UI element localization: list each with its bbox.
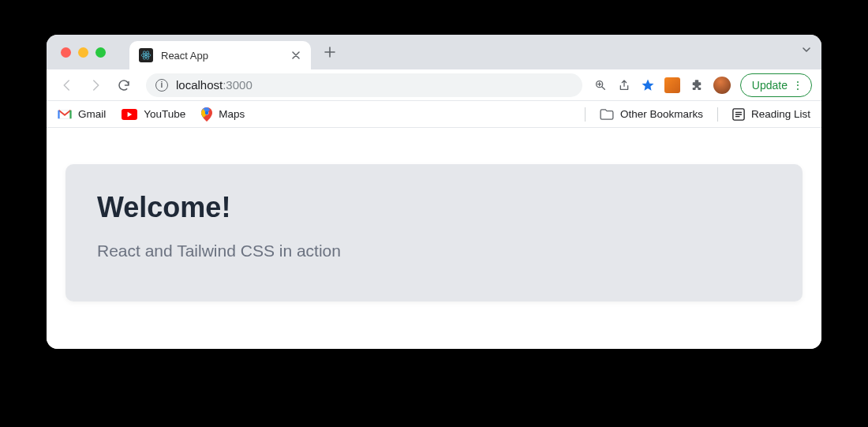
- zoom-icon[interactable]: [593, 78, 608, 92]
- tab-close-icon[interactable]: [290, 50, 301, 61]
- window-maximize-button[interactable]: [95, 47, 106, 58]
- bookmark-maps[interactable]: Maps: [201, 107, 245, 122]
- react-favicon-icon: [139, 48, 153, 62]
- browser-window: React App i localhost:3000: [47, 35, 821, 349]
- welcome-card: Welcome! React and Tailwind CSS in actio…: [65, 164, 803, 302]
- share-icon[interactable]: [617, 78, 631, 92]
- tab-title: React App: [161, 50, 282, 62]
- extensions-icon[interactable]: [690, 78, 704, 92]
- bookmark-bar-right: Other Bookmarks Reading List: [585, 107, 810, 122]
- bookmark-bar: Gmail YouTube Maps Other Bookmarks: [47, 101, 821, 128]
- tab-strip: React App: [47, 35, 821, 69]
- maps-icon: [201, 107, 212, 122]
- youtube-icon: [122, 109, 137, 120]
- bookmark-gmail-label: Gmail: [78, 108, 106, 120]
- reload-button[interactable]: [113, 74, 135, 96]
- divider: [585, 107, 586, 122]
- reading-list[interactable]: Reading List: [732, 108, 810, 121]
- back-button[interactable]: [56, 74, 78, 96]
- url-port: :3000: [223, 78, 253, 92]
- toolbar: i localhost:3000 Update ⋮: [47, 69, 821, 101]
- site-info-icon[interactable]: i: [155, 79, 168, 92]
- kebab-menu-icon[interactable]: ⋮: [792, 84, 803, 87]
- forward-button[interactable]: [84, 74, 107, 96]
- folder-icon: [600, 109, 614, 120]
- bookmark-youtube[interactable]: YouTube: [122, 108, 185, 120]
- url-host: localhost: [176, 78, 223, 92]
- bookmark-maps-label: Maps: [219, 108, 245, 120]
- url-text: localhost:3000: [176, 78, 253, 92]
- metamask-extension-icon[interactable]: [664, 77, 680, 93]
- bookmark-gmail[interactable]: Gmail: [58, 108, 106, 120]
- update-button[interactable]: Update ⋮: [740, 73, 812, 97]
- divider: [717, 107, 718, 122]
- page-subheading: React and Tailwind CSS in action: [97, 242, 771, 260]
- page-content: Welcome! React and Tailwind CSS in actio…: [47, 128, 821, 349]
- address-bar[interactable]: i localhost:3000: [146, 73, 582, 97]
- profile-avatar[interactable]: [713, 77, 731, 94]
- bookmark-star-icon[interactable]: [641, 78, 655, 92]
- window-minimize-button[interactable]: [78, 47, 88, 58]
- svg-point-0: [145, 54, 147, 56]
- update-label: Update: [752, 79, 788, 92]
- page-heading: Welcome!: [97, 191, 771, 224]
- new-tab-button[interactable]: [319, 41, 341, 63]
- toolbar-right: Update ⋮: [593, 73, 812, 97]
- traffic-lights: [61, 47, 106, 58]
- browser-tab[interactable]: React App: [129, 41, 311, 69]
- svg-point-6: [205, 110, 208, 114]
- other-bookmarks[interactable]: Other Bookmarks: [600, 108, 703, 120]
- gmail-icon: [58, 109, 72, 120]
- reading-list-icon: [732, 108, 745, 121]
- other-bookmarks-label: Other Bookmarks: [620, 108, 703, 120]
- reading-list-label: Reading List: [751, 108, 810, 120]
- window-close-button[interactable]: [61, 47, 71, 58]
- chevron-down-icon[interactable]: [801, 44, 812, 58]
- bookmark-youtube-label: YouTube: [144, 108, 185, 120]
